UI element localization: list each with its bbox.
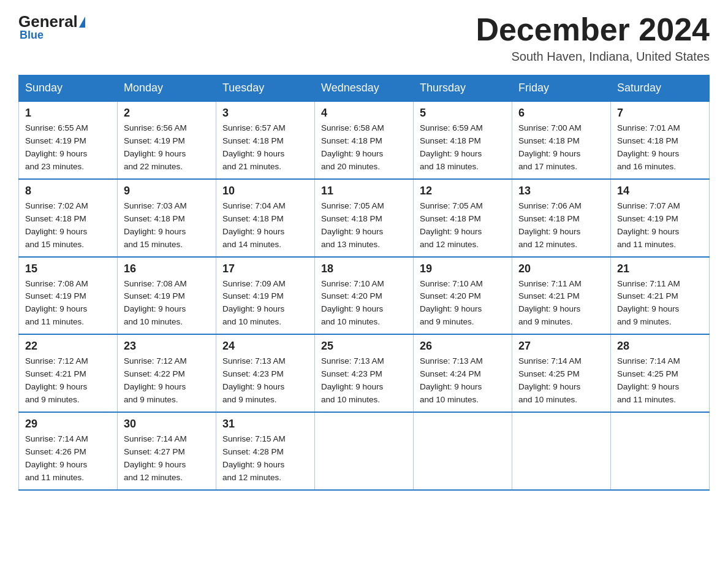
calendar-day-cell: 6 Sunrise: 7:00 AMSunset: 4:18 PMDayligh… xyxy=(512,101,611,179)
calendar-day-cell: 7 Sunrise: 7:01 AMSunset: 4:18 PMDayligh… xyxy=(611,101,710,179)
calendar-day-cell: 1 Sunrise: 6:55 AMSunset: 4:19 PMDayligh… xyxy=(19,101,118,179)
day-info: Sunrise: 7:15 AMSunset: 4:28 PMDaylight:… xyxy=(222,434,286,482)
day-info: Sunrise: 7:09 AMSunset: 4:19 PMDaylight:… xyxy=(222,279,286,327)
month-title: December 2024 xyxy=(476,12,710,47)
day-number: 7 xyxy=(617,107,703,120)
calendar-empty-cell xyxy=(512,412,611,490)
calendar-day-cell: 25 Sunrise: 7:13 AMSunset: 4:23 PMDaylig… xyxy=(315,334,414,412)
calendar-day-cell: 21 Sunrise: 7:11 AMSunset: 4:21 PMDaylig… xyxy=(611,257,710,335)
day-info: Sunrise: 7:13 AMSunset: 4:23 PMDaylight:… xyxy=(321,356,384,404)
day-number: 15 xyxy=(25,262,111,275)
calendar-day-cell: 19 Sunrise: 7:10 AMSunset: 4:20 PMDaylig… xyxy=(414,257,512,335)
day-number: 2 xyxy=(124,107,210,120)
calendar-day-cell: 28 Sunrise: 7:14 AMSunset: 4:25 PMDaylig… xyxy=(611,334,710,412)
day-info: Sunrise: 7:04 AMSunset: 4:18 PMDaylight:… xyxy=(222,201,286,249)
calendar-day-cell: 30 Sunrise: 7:14 AMSunset: 4:27 PMDaylig… xyxy=(118,412,216,490)
day-number: 21 xyxy=(617,262,703,275)
calendar-day-cell: 3 Sunrise: 6:57 AMSunset: 4:18 PMDayligh… xyxy=(216,101,315,179)
day-info: Sunrise: 7:14 AMSunset: 4:27 PMDaylight:… xyxy=(124,434,187,482)
calendar-empty-cell xyxy=(611,412,710,490)
day-info: Sunrise: 7:02 AMSunset: 4:18 PMDaylight:… xyxy=(25,201,88,249)
calendar-day-cell: 9 Sunrise: 7:03 AMSunset: 4:18 PMDayligh… xyxy=(118,179,216,257)
weekday-header-monday: Monday xyxy=(118,75,216,102)
day-number: 31 xyxy=(222,418,308,431)
logo-triangle-icon xyxy=(79,17,85,28)
calendar-week-row: 8 Sunrise: 7:02 AMSunset: 4:18 PMDayligh… xyxy=(19,179,710,257)
calendar-empty-cell xyxy=(315,412,414,490)
calendar-day-cell: 11 Sunrise: 7:05 AMSunset: 4:18 PMDaylig… xyxy=(315,179,414,257)
logo: General Blue xyxy=(18,12,86,42)
weekday-header-wednesday: Wednesday xyxy=(315,75,414,102)
day-info: Sunrise: 7:13 AMSunset: 4:23 PMDaylight:… xyxy=(222,356,286,404)
day-number: 19 xyxy=(420,262,506,275)
weekday-header-friday: Friday xyxy=(512,75,611,102)
calendar-day-cell: 5 Sunrise: 6:59 AMSunset: 4:18 PMDayligh… xyxy=(414,101,512,179)
day-number: 20 xyxy=(518,262,604,275)
day-info: Sunrise: 7:01 AMSunset: 4:18 PMDaylight:… xyxy=(617,123,680,171)
day-info: Sunrise: 7:11 AMSunset: 4:21 PMDaylight:… xyxy=(518,279,582,327)
day-info: Sunrise: 7:11 AMSunset: 4:21 PMDaylight:… xyxy=(617,279,680,327)
day-info: Sunrise: 7:12 AMSunset: 4:22 PMDaylight:… xyxy=(124,356,187,404)
calendar-day-cell: 26 Sunrise: 7:13 AMSunset: 4:24 PMDaylig… xyxy=(414,334,512,412)
day-number: 24 xyxy=(222,340,308,353)
day-info: Sunrise: 6:58 AMSunset: 4:18 PMDaylight:… xyxy=(321,123,384,171)
calendar-day-cell: 29 Sunrise: 7:14 AMSunset: 4:26 PMDaylig… xyxy=(19,412,118,490)
calendar-header-row: SundayMondayTuesdayWednesdayThursdayFrid… xyxy=(19,75,710,102)
day-number: 14 xyxy=(617,185,703,197)
calendar-day-cell: 16 Sunrise: 7:08 AMSunset: 4:19 PMDaylig… xyxy=(118,257,216,335)
calendar-week-row: 1 Sunrise: 6:55 AMSunset: 4:19 PMDayligh… xyxy=(19,101,710,179)
day-number: 18 xyxy=(321,262,407,275)
day-number: 1 xyxy=(25,107,111,120)
calendar-day-cell: 8 Sunrise: 7:02 AMSunset: 4:18 PMDayligh… xyxy=(19,179,118,257)
calendar-day-cell: 14 Sunrise: 7:07 AMSunset: 4:19 PMDaylig… xyxy=(611,179,710,257)
page-header: General Blue December 2024 South Haven, … xyxy=(18,12,710,64)
calendar-day-cell: 2 Sunrise: 6:56 AMSunset: 4:19 PMDayligh… xyxy=(118,101,216,179)
day-number: 11 xyxy=(321,185,407,197)
day-number: 3 xyxy=(222,107,308,120)
calendar-week-row: 22 Sunrise: 7:12 AMSunset: 4:21 PMDaylig… xyxy=(19,334,710,412)
day-info: Sunrise: 7:08 AMSunset: 4:19 PMDaylight:… xyxy=(25,279,88,327)
day-info: Sunrise: 7:05 AMSunset: 4:18 PMDaylight:… xyxy=(321,201,384,249)
location: South Haven, Indiana, United States xyxy=(476,50,710,64)
calendar-day-cell: 31 Sunrise: 7:15 AMSunset: 4:28 PMDaylig… xyxy=(216,412,315,490)
day-info: Sunrise: 7:13 AMSunset: 4:24 PMDaylight:… xyxy=(420,356,483,404)
calendar-day-cell: 4 Sunrise: 6:58 AMSunset: 4:18 PMDayligh… xyxy=(315,101,414,179)
day-info: Sunrise: 6:57 AMSunset: 4:18 PMDaylight:… xyxy=(222,123,286,171)
calendar-day-cell: 20 Sunrise: 7:11 AMSunset: 4:21 PMDaylig… xyxy=(512,257,611,335)
day-number: 28 xyxy=(617,340,703,353)
day-number: 9 xyxy=(124,185,210,197)
day-number: 13 xyxy=(518,185,604,197)
calendar-day-cell: 13 Sunrise: 7:06 AMSunset: 4:18 PMDaylig… xyxy=(512,179,611,257)
day-number: 6 xyxy=(518,107,604,120)
day-number: 22 xyxy=(25,340,111,353)
calendar-day-cell: 18 Sunrise: 7:10 AMSunset: 4:20 PMDaylig… xyxy=(315,257,414,335)
calendar-empty-cell xyxy=(414,412,512,490)
weekday-header-sunday: Sunday xyxy=(19,75,118,102)
weekday-header-tuesday: Tuesday xyxy=(216,75,315,102)
calendar-day-cell: 23 Sunrise: 7:12 AMSunset: 4:22 PMDaylig… xyxy=(118,334,216,412)
day-number: 5 xyxy=(420,107,506,120)
day-info: Sunrise: 7:14 AMSunset: 4:25 PMDaylight:… xyxy=(617,356,680,404)
calendar-day-cell: 15 Sunrise: 7:08 AMSunset: 4:19 PMDaylig… xyxy=(19,257,118,335)
title-section: December 2024 South Haven, Indiana, Unit… xyxy=(476,12,710,64)
day-info: Sunrise: 6:56 AMSunset: 4:19 PMDaylight:… xyxy=(124,123,187,171)
day-info: Sunrise: 7:12 AMSunset: 4:21 PMDaylight:… xyxy=(25,356,88,404)
day-info: Sunrise: 7:10 AMSunset: 4:20 PMDaylight:… xyxy=(321,279,384,327)
day-info: Sunrise: 7:10 AMSunset: 4:20 PMDaylight:… xyxy=(420,279,483,327)
calendar-day-cell: 12 Sunrise: 7:05 AMSunset: 4:18 PMDaylig… xyxy=(414,179,512,257)
day-info: Sunrise: 7:08 AMSunset: 4:19 PMDaylight:… xyxy=(124,279,187,327)
weekday-header-thursday: Thursday xyxy=(414,75,512,102)
day-number: 29 xyxy=(25,418,111,431)
calendar-week-row: 29 Sunrise: 7:14 AMSunset: 4:26 PMDaylig… xyxy=(19,412,710,490)
day-number: 30 xyxy=(124,418,210,431)
day-number: 16 xyxy=(124,262,210,275)
calendar-day-cell: 22 Sunrise: 7:12 AMSunset: 4:21 PMDaylig… xyxy=(19,334,118,412)
calendar-day-cell: 10 Sunrise: 7:04 AMSunset: 4:18 PMDaylig… xyxy=(216,179,315,257)
day-info: Sunrise: 6:55 AMSunset: 4:19 PMDaylight:… xyxy=(25,123,88,171)
logo-blue: Blue xyxy=(20,29,44,42)
calendar-day-cell: 24 Sunrise: 7:13 AMSunset: 4:23 PMDaylig… xyxy=(216,334,315,412)
day-number: 23 xyxy=(124,340,210,353)
day-info: Sunrise: 7:05 AMSunset: 4:18 PMDaylight:… xyxy=(420,201,483,249)
day-number: 27 xyxy=(518,340,604,353)
day-number: 17 xyxy=(222,262,308,275)
